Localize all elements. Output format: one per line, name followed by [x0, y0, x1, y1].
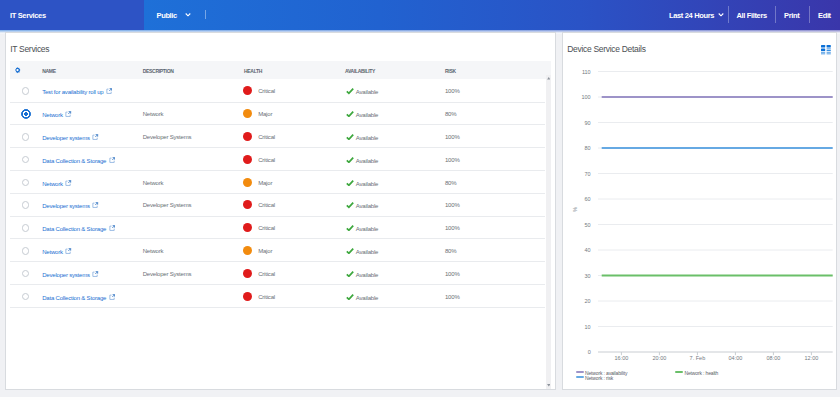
- svg-text:70: 70: [585, 171, 591, 177]
- svg-text:80: 80: [585, 145, 591, 151]
- svg-text:20:00: 20:00: [653, 355, 667, 361]
- svg-text:08:00: 08:00: [767, 355, 781, 361]
- svg-text:50: 50: [585, 222, 591, 228]
- svg-text:100: 100: [582, 94, 591, 100]
- svg-text:90: 90: [585, 120, 591, 126]
- svg-text:7. Feb: 7. Feb: [690, 355, 706, 361]
- svg-text:40: 40: [585, 247, 591, 253]
- svg-text:16:00: 16:00: [615, 355, 629, 361]
- svg-text:30: 30: [585, 273, 591, 279]
- svg-text:60: 60: [585, 196, 591, 202]
- svg-text:12:00: 12:00: [805, 355, 819, 361]
- svg-text:10: 10: [585, 324, 591, 330]
- svg-text:04:00: 04:00: [729, 355, 743, 361]
- svg-text:20: 20: [585, 298, 591, 304]
- svg-text:0: 0: [588, 349, 591, 355]
- svg-text:%: %: [572, 207, 578, 212]
- svg-text:110: 110: [582, 69, 591, 75]
